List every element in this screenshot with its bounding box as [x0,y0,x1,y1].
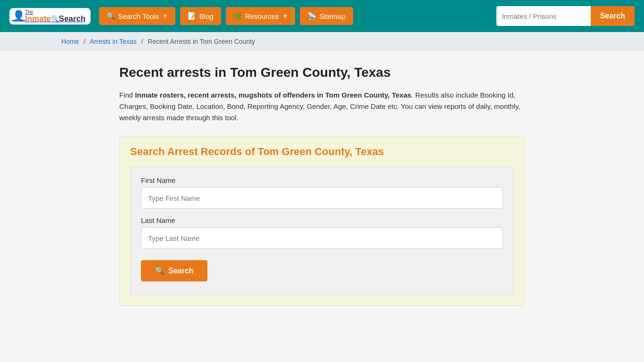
breadcrumb-arrests-texas[interactable]: Arrests in Texas [90,38,136,45]
main-content: Recent arrests in Tom Green County, Texa… [110,51,534,339]
search-tools-icon: 🔍 [107,12,116,20]
search-submit-label: Search [168,267,193,275]
blog-icon: 📝 [188,12,197,20]
nav-blog[interactable]: 📝 Blog [180,7,221,25]
first-name-group: First Name [141,176,503,209]
breadcrumb-home[interactable]: Home [61,38,79,45]
desc-part1: Find [119,91,135,99]
breadcrumb-sep-2: / [141,38,143,45]
logo-inmate: Inmate🔍Search [25,14,86,23]
first-name-input[interactable] [141,187,503,209]
search-submit-button[interactable]: 🔍 Search [141,260,207,281]
resources-icon: 🌿 [233,12,242,20]
logo[interactable]: 👤 The Inmate🔍Search [9,8,91,25]
breadcrumb-sep-1: / [83,38,85,45]
last-name-group: Last Name [141,216,503,249]
last-name-input[interactable] [141,227,503,249]
nav-resources[interactable]: 🌿 Resources ▼ [226,7,296,25]
header-search-wrap: Search [496,6,635,26]
resources-dropdown-arrow: ▼ [283,13,288,19]
nav-search-tools[interactable]: 🔍 Search Tools ▼ [99,7,175,25]
logo-text: The Inmate🔍Search [25,10,86,23]
search-section: Search Arrest Records of Tom Green Count… [119,137,525,306]
first-name-label: First Name [141,176,503,184]
breadcrumb: Home / Arrests in Texas / Recent Arrests… [0,32,644,51]
sitemap-icon: 📡 [307,12,316,20]
form-panel: First Name Last Name 🔍 Search [130,166,514,295]
header-search-input[interactable] [496,6,591,26]
logo-person-icon: 👤 [12,10,25,22]
logo-magnify-icon: 🔍 [51,15,59,23]
page-title: Recent arrests in Tom Green County, Texa… [119,65,525,80]
search-submit-icon: 🔍 [155,266,165,275]
breadcrumb-current: Recent Arrests in Tom Green County [148,38,255,45]
nav-sitemap[interactable]: 📡 Sitemap [300,7,353,25]
last-name-label: Last Name [141,216,503,224]
header-search-button[interactable]: Search [591,6,635,26]
description: Find Inmate rosters, recent arrests, mug… [119,90,525,123]
desc-bold: Inmate rosters, recent arrests, mugshots… [135,91,411,99]
header: 👤 The Inmate🔍Search 🔍 Search Tools ▼ 📝 B… [0,0,644,32]
search-section-title: Search Arrest Records of Tom Green Count… [130,146,514,158]
search-tools-dropdown-arrow: ▼ [163,13,168,19]
